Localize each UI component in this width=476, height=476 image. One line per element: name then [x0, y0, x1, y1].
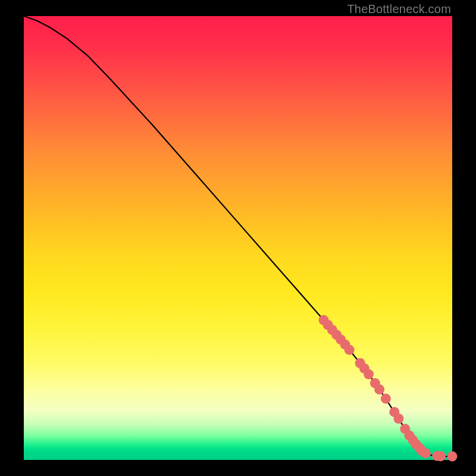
chart-svg — [24, 16, 452, 460]
marker-point — [381, 394, 391, 404]
marker-point — [421, 448, 431, 458]
plot-area — [24, 16, 452, 460]
marker-point — [364, 369, 374, 380]
marker-point — [436, 451, 446, 461]
watermark-text: TheBottleneck.com — [347, 2, 451, 16]
bottleneck-curve — [24, 16, 452, 456]
marker-point — [447, 452, 458, 462]
highlighted-points-group — [319, 315, 458, 462]
marker-point — [394, 414, 404, 424]
chart-frame: TheBottleneck.com — [0, 0, 476, 476]
marker-point — [374, 384, 384, 394]
marker-point — [345, 345, 355, 355]
